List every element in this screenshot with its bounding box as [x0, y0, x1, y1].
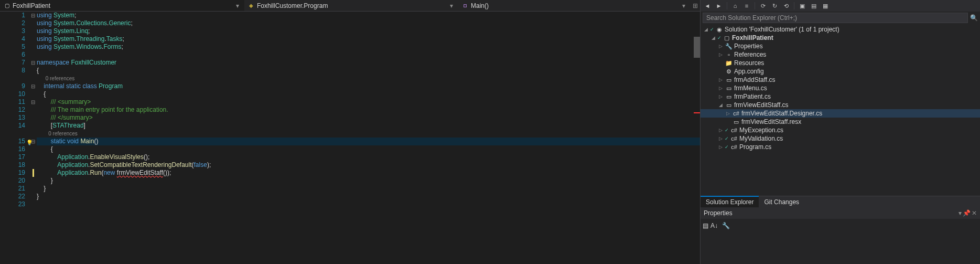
pending-changes-filter-button[interactable]: ⟳ — [758, 1, 768, 10]
viewport-marker[interactable] — [694, 37, 700, 58]
collapse-icon[interactable]: ◢ — [703, 27, 709, 32]
home-button[interactable]: ⌂ — [730, 1, 740, 10]
fold-toggle[interactable]: ⊟ — [29, 98, 37, 106]
tree-item[interactable]: ▷✓c#MyValidation.cs — [701, 134, 980, 143]
code-line[interactable]: [STAThread] — [37, 122, 700, 130]
tab-git-changes[interactable]: Git Changes — [759, 196, 804, 207]
fold-toggle[interactable]: ⊟ — [29, 12, 37, 19]
tree-item-label: FoxhillPatient — [732, 34, 773, 41]
tree-item[interactable]: ▷🔧Properties — [701, 42, 980, 50]
lightbulb-icon[interactable]: 💡 — [26, 139, 33, 145]
tree-item[interactable]: ◢▭frmViewEditStaff.cs — [701, 101, 980, 109]
code-line[interactable]: internal static class Program — [37, 82, 700, 90]
code-line[interactable]: { — [37, 67, 700, 75]
code-line[interactable]: } — [37, 177, 700, 185]
tree-item[interactable]: ⚙App.config — [701, 67, 980, 76]
expand-icon[interactable]: ▷ — [717, 136, 724, 141]
expand-icon[interactable]: ▷ — [717, 52, 724, 57]
tree-item[interactable]: ◢✓▢FoxhillPatient — [701, 34, 980, 42]
file-icon: ▫ — [725, 51, 733, 58]
code-line[interactable] — [37, 51, 700, 59]
tree-item[interactable]: ▷▭frmPatient.cs — [701, 92, 980, 101]
code-editor[interactable]: 1234567891011121314151617181920212223 ⊟⊟… — [0, 12, 700, 264]
window-position-button[interactable]: ▾ — [959, 209, 962, 217]
tree-item-label: frmPatient.cs — [734, 93, 771, 100]
line-number: 5 — [0, 43, 25, 51]
code-line[interactable]: { — [37, 145, 700, 153]
property-pages-button[interactable]: 🔧 — [722, 222, 730, 229]
code-line[interactable]: static void Main() — [37, 138, 700, 145]
code-line[interactable]: 0 references — [37, 75, 700, 82]
code-line[interactable]: } — [37, 193, 700, 200]
tree-item[interactable]: ▷c#frmViewEditStaff.Designer.cs — [701, 109, 980, 118]
collapse-icon[interactable]: ◢ — [717, 102, 724, 108]
nav-member-dropdown[interactable]: ◘ Main() ▾ — [458, 0, 691, 11]
code-line[interactable]: using System.Collections.Generic; — [37, 19, 700, 27]
expand-icon[interactable]: ▷ — [717, 44, 724, 49]
code-line[interactable]: /// </summary> — [37, 114, 700, 122]
nav-project-dropdown[interactable]: ▢ FoxhillPatient ▾ — [0, 0, 244, 11]
refresh-button[interactable]: ⟲ — [781, 1, 791, 10]
class-icon: ◆ — [247, 2, 255, 9]
code-line[interactable]: namespace FoxhillCustomer — [37, 59, 700, 67]
tree-item-label: MyValidation.cs — [739, 135, 783, 142]
line-number: 13 — [0, 114, 25, 122]
line-number: 9 — [0, 82, 25, 90]
expand-icon[interactable]: ▷ — [717, 86, 724, 91]
forward-button[interactable]: ► — [714, 1, 724, 10]
close-button[interactable]: ✕ — [972, 209, 977, 217]
switch-view-button[interactable]: ≡ — [742, 1, 751, 10]
error-marker[interactable] — [694, 112, 700, 113]
tab-solution-explorer[interactable]: Solution Explorer — [701, 196, 759, 207]
code-line[interactable]: using System; — [37, 12, 700, 19]
checkmark-icon: ✓ — [710, 27, 714, 32]
solution-explorer-tree[interactable]: ◢✓◉Solution 'FoxhillCustomer' (1 of 1 pr… — [701, 24, 980, 196]
tree-item-label: Resources — [734, 59, 764, 67]
code-line[interactable] — [37, 200, 700, 208]
code-line[interactable]: /// <summary> — [37, 98, 700, 106]
code-line[interactable]: using System.Threading.Tasks; — [37, 35, 700, 43]
tree-item[interactable]: ▷✓c#MyException.cs — [701, 126, 980, 134]
split-editor-button[interactable]: ⊞ — [691, 2, 700, 9]
collapse-all-button[interactable]: ▣ — [798, 1, 807, 10]
search-input[interactable]: Search Solution Explorer (Ctrl+;) — [703, 13, 968, 23]
tree-item[interactable]: ▭frmViewEditStaff.resx — [701, 118, 980, 126]
properties-button[interactable]: ▦ — [821, 1, 830, 10]
fold-toggle[interactable]: ⊟ — [29, 59, 37, 67]
show-all-files-button[interactable]: ▤ — [809, 1, 819, 10]
code-line[interactable]: using System.Linq; — [37, 27, 700, 35]
checkmark-icon: ✓ — [725, 136, 729, 141]
code-line[interactable]: Application.SetCompatibleTextRenderingDe… — [37, 161, 700, 169]
categorized-button[interactable]: ▤ — [703, 222, 708, 229]
tree-item-label: frmViewEditStaff.Designer.cs — [741, 110, 822, 117]
code-line[interactable]: using System.Windows.Forms; — [37, 43, 700, 51]
line-number — [0, 130, 25, 138]
code-line[interactable]: /// The main entry point for the applica… — [37, 106, 700, 114]
tree-item[interactable]: ▷✓c#Program.cs — [701, 143, 980, 151]
code-line[interactable]: { — [37, 90, 700, 98]
tree-item[interactable]: ▷▫References — [701, 50, 980, 59]
tree-item[interactable]: ▷▭frmMenu.cs — [701, 84, 980, 92]
chevron-down-icon: ▾ — [234, 2, 241, 9]
expand-icon[interactable]: ▷ — [717, 144, 724, 150]
code-line[interactable]: Application.EnableVisualStyles(); — [37, 153, 700, 161]
tree-item[interactable]: 📁Resources — [701, 59, 980, 67]
expand-icon[interactable]: ▷ — [717, 77, 724, 82]
back-button[interactable]: ◄ — [703, 1, 712, 10]
expand-icon[interactable]: ▷ — [717, 94, 724, 99]
collapse-icon[interactable]: ◢ — [710, 35, 716, 40]
tree-item[interactable]: ◢✓◉Solution 'FoxhillCustomer' (1 of 1 pr… — [701, 25, 980, 34]
pin-button[interactable]: 📌 — [963, 209, 971, 217]
code-line[interactable]: } — [37, 185, 700, 193]
code-line[interactable]: 0 references — [37, 130, 700, 138]
tree-item[interactable]: ▷▭frmAddStaff.cs — [701, 76, 980, 84]
fold-toggle[interactable]: ⊟ — [29, 82, 37, 90]
search-icon[interactable]: 🔍 — [970, 14, 978, 22]
nav-type-dropdown[interactable]: ◆ FoxhillCustomer.Program ▾ — [244, 0, 458, 11]
scroll-preview[interactable] — [694, 12, 700, 264]
expand-icon[interactable]: ▷ — [717, 128, 724, 133]
alphabetical-button[interactable]: A↓ — [710, 222, 718, 229]
expand-icon[interactable]: ▷ — [725, 111, 731, 116]
code-line[interactable]: Application.Run(new frmViewEditStaff()); — [37, 169, 700, 177]
sync-button[interactable]: ↻ — [770, 1, 779, 10]
